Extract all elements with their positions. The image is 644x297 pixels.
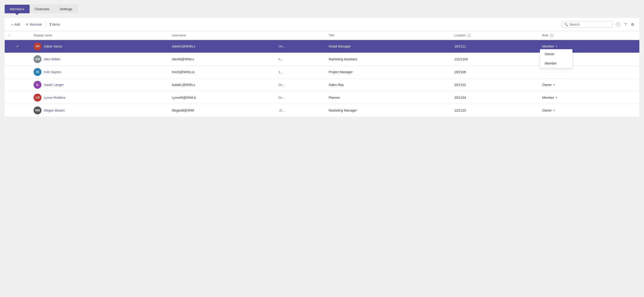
remove-label: Remove [30,22,42,26]
toolbar-divider [46,22,46,27]
add-label: Add [14,22,20,26]
remove-button[interactable]: ✕ Remove [24,22,44,27]
search-input[interactable] [570,22,610,26]
row-domain: .O... [275,104,326,117]
row-role[interactable]: Owner ∨ [539,78,639,91]
member-name: Isaiah Langer [44,83,64,87]
row-username: IrvinS@WWLx1 [168,66,275,78]
content-panel: + Add ✕ Remove 7 items 🔍 i ⊤ [5,18,639,117]
row-role[interactable]: Member ∨ [539,91,639,104]
row-display-name: MB Megan Bowen [30,104,168,117]
row-display-name: AW Alex Wilber [30,53,168,66]
row-check-cell[interactable] [5,91,30,104]
role-option-member[interactable]: Member [540,59,572,68]
chevron-down-icon[interactable]: ∨ [556,45,557,48]
col-header-check: ✓ [5,31,30,40]
row-location: 19/2106 [451,66,539,78]
row-username: AdeleV@WWLx [168,40,275,53]
chevron-down-icon[interactable]: ∨ [556,96,557,99]
row-check-cell[interactable]: ✓ [5,40,30,53]
info-icon-button[interactable]: i [616,22,621,27]
items-count: 7 items [50,22,60,26]
row-domain: n... [275,53,326,66]
row-username: LynneR@WWLb [168,91,275,104]
row-role[interactable]: Owner ∨ [539,104,639,117]
col-header-role: Role i [539,31,639,40]
filter-icon-button[interactable]: ⊤ [624,22,628,27]
row-title: Marketing Assistant [326,53,451,66]
domain-truncated: On... [278,44,286,48]
domain-truncated: 1... [278,70,283,74]
table-row[interactable]: IL Isaiah Langer IsaiahL@WWLx0n...Sales … [5,78,639,91]
search-box[interactable]: 🔍 [562,21,613,28]
col-header-title: Title [326,31,451,40]
row-check-cell[interactable] [5,66,30,78]
member-name: Lynne Robbins [44,96,66,100]
member-name: Megan Bowen [44,108,65,112]
add-button[interactable]: + Add [9,22,22,27]
row-title: Project Manager [326,66,451,78]
row-username: IsaiahL@WWLx [168,78,275,91]
tab-settings[interactable]: Settings [54,5,77,13]
role-option-owner[interactable]: Owner [540,50,572,59]
row-check-cell[interactable] [5,53,30,66]
x-icon: ✕ [26,22,28,26]
avatar: LR [34,94,42,102]
row-username: MeganB@WWl [168,104,275,117]
info-icon: i [616,22,620,26]
row-title: Sales Rep [326,78,451,91]
tab-bar: Members Channels Settings [5,5,639,13]
member-name: Adele Vance [44,44,62,48]
col-header-location: Location i [451,31,539,40]
role-label: Owner [542,108,552,112]
row-domain: 1... [275,66,326,78]
tab-channels[interactable]: Channels [30,5,54,13]
table-row[interactable]: ✓ AV Adele Vance AdeleV@WWLxOn...Retail … [5,40,639,53]
row-domain: On... [275,40,326,53]
role-label: Member [542,44,554,48]
filter-icon: ⊤ [624,22,627,27]
table-header-row: ✓ Display name Username Title [5,31,639,40]
role-dropdown: Owner Member [540,49,572,68]
settings-icon-button[interactable]: ⚙ [630,22,635,27]
row-location: 20/1104 [451,91,539,104]
avatar: IL [34,81,42,89]
role-info-icon: i [550,34,553,37]
domain-truncated: 0n... [278,96,285,100]
avatar: AW [34,55,42,63]
row-username: AlexW@WWLx [168,53,275,66]
domain-truncated: n... [278,57,283,61]
toolbar-right: 🔍 i ⊤ ⚙ [562,21,635,28]
row-title: Retail Manager [326,40,451,53]
row-check-cell[interactable] [5,104,30,117]
role-label: Member [542,96,554,100]
row-title: Marketing Manager [326,104,451,117]
col-header-domain [275,31,326,40]
toolbar: + Add ✕ Remove 7 items 🔍 i ⊤ [5,18,639,31]
row-domain: 0n... [275,78,326,91]
members-table: ✓ Display name Username Title [5,31,639,117]
role-label: Owner [542,83,552,87]
avatar: MB [34,106,42,114]
location-info-icon: i [468,34,471,37]
row-location: 20/1101 [451,78,539,91]
col-header-display-name: Display name [30,31,168,40]
row-display-name: IS Irvin Sayers [30,66,168,78]
search-icon: 🔍 [564,22,568,26]
row-display-name: AV Adele Vance [30,40,168,53]
row-location: 12/1110 [451,104,539,117]
table-row[interactable]: LR Lynne Robbins LynneR@WWLb0n...Planner… [5,91,639,104]
gear-icon: ⚙ [631,22,634,27]
table-row[interactable]: MB Megan Bowen MeganB@WWl.O...Marketing … [5,104,639,117]
tab-members[interactable]: Members [5,5,30,13]
row-display-name: IL Isaiah Langer [30,78,168,91]
chevron-down-icon[interactable]: ∨ [553,109,555,112]
row-display-name: LR Lynne Robbins [30,91,168,104]
row-check-cell[interactable] [5,78,30,91]
row-role[interactable]: Member ∨ Owner Member [539,40,639,53]
avatar: IS [34,68,42,76]
chevron-down-icon[interactable]: ∨ [553,83,555,86]
row-domain: 0n... [275,91,326,104]
member-name: Irvin Sayers [44,70,61,74]
col-header-username: Username [168,31,275,40]
